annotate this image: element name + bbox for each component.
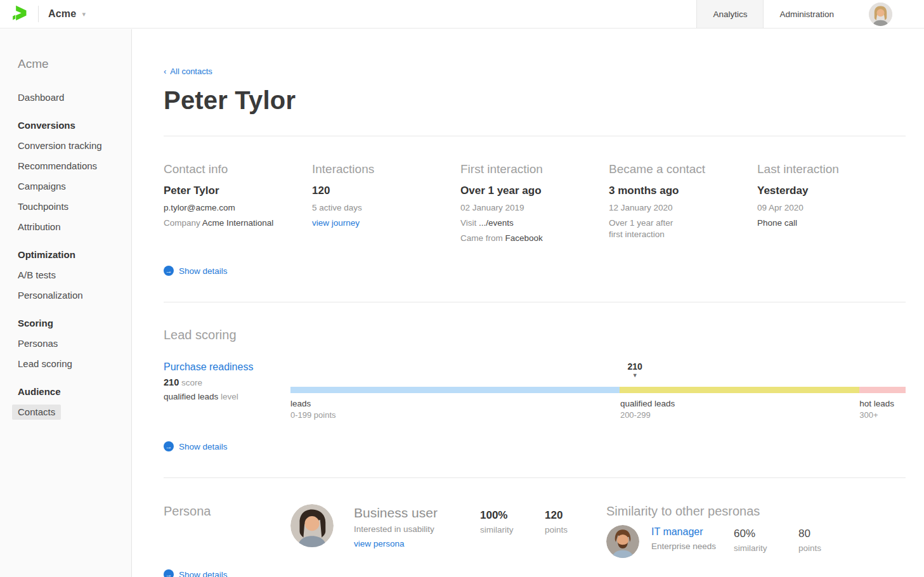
column-heading: Became a contact bbox=[609, 162, 750, 176]
other-persona-description: Enterprise needs bbox=[651, 541, 734, 551]
show-details-lead-scoring[interactable]: → Show details bbox=[164, 441, 228, 451]
other-persona-avatar bbox=[606, 525, 639, 558]
sidebar-group-optimization: Optimization bbox=[18, 249, 131, 260]
triangle-down-icon: ▼ bbox=[628, 372, 642, 379]
divider bbox=[38, 6, 39, 22]
view-persona-link[interactable]: view persona bbox=[354, 539, 480, 548]
breadcrumb-all-contacts[interactable]: ‹ All contacts bbox=[164, 67, 212, 76]
persona-points-stat: 120 points bbox=[545, 504, 606, 558]
tab-analytics[interactable]: Analytics bbox=[696, 0, 764, 28]
contact-name: Peter Tylor bbox=[164, 185, 304, 197]
bar-label-leads: leads 0-199 points bbox=[290, 399, 336, 420]
last-interaction-type: Phone call bbox=[757, 218, 898, 228]
column-heading: Contact info bbox=[164, 162, 304, 176]
became-contact-note: Over 1 year after bbox=[609, 218, 750, 228]
lead-level: qualified leads level bbox=[164, 392, 290, 401]
lead-score-bar: 210 ▼ leads 0-199 points qualified leads… bbox=[290, 361, 906, 422]
divider bbox=[164, 302, 906, 302]
persona-section: Persona Business user Interested in usab… bbox=[164, 504, 906, 558]
other-persona-row: IT manager Enterprise needs 60% similari… bbox=[606, 525, 906, 558]
top-bar: Acme ▾ Analytics Administration bbox=[0, 0, 924, 29]
sidebar: Acme Dashboard Conversions Conversion tr… bbox=[0, 29, 132, 577]
sidebar-group-conversions: Conversions bbox=[18, 120, 131, 131]
sidebar-group-audience: Audience bbox=[18, 386, 131, 397]
score-marker: 210 ▼ bbox=[628, 361, 642, 379]
arrow-right-circle-icon: → bbox=[164, 441, 174, 451]
lead-scoring-heading: Lead scoring bbox=[164, 328, 906, 342]
purchase-readiness-link[interactable]: Purchase readiness bbox=[164, 361, 290, 373]
sidebar-item-ab-tests[interactable]: A/B tests bbox=[18, 269, 131, 280]
bar-segment-qualified-leads bbox=[620, 387, 859, 393]
persona-name: Business user bbox=[354, 505, 480, 521]
first-interaction-column: First interaction Over 1 year ago 02 Jan… bbox=[460, 162, 609, 243]
other-points-stat: 80 points bbox=[798, 525, 863, 558]
first-interaction-date: 02 January 2019 bbox=[460, 203, 601, 212]
chevron-down-icon: ▾ bbox=[82, 10, 86, 18]
contact-info-column: Contact info Peter Tylor p.tylor@acme.co… bbox=[164, 162, 312, 243]
workspace-title: Acme bbox=[18, 57, 131, 71]
persona-heading: Persona bbox=[164, 504, 290, 519]
sidebar-item-attribution[interactable]: Attribution bbox=[18, 221, 131, 232]
became-contact-column: Became a contact 3 months ago 12 January… bbox=[609, 162, 757, 243]
last-interaction-column: Last interaction Yesterday 09 Apr 2020 P… bbox=[757, 162, 906, 243]
app-logo[interactable] bbox=[0, 0, 39, 28]
similarity-others: Similarity to other pesronas IT manager bbox=[606, 504, 906, 558]
first-interaction-source: Came from Facebook bbox=[460, 233, 601, 243]
sidebar-item-personas[interactable]: Personas bbox=[18, 338, 131, 349]
sidebar-item-conversion-tracking[interactable]: Conversion tracking bbox=[18, 140, 131, 151]
sidebar-item-touchpoints[interactable]: Touchpoints bbox=[18, 201, 131, 212]
sidebar-item-personalization[interactable]: Personalization bbox=[18, 290, 131, 301]
logo-icon bbox=[11, 4, 29, 25]
became-contact-note2: first interaction bbox=[609, 230, 750, 239]
divider bbox=[164, 136, 906, 136]
column-heading: Last interaction bbox=[757, 162, 898, 176]
sidebar-item-dashboard[interactable]: Dashboard bbox=[18, 92, 131, 103]
last-interaction-date: 09 Apr 2020 bbox=[757, 203, 898, 212]
org-name: Acme bbox=[48, 8, 76, 20]
overview-section: Contact info Peter Tylor p.tylor@acme.co… bbox=[164, 162, 906, 243]
divider bbox=[164, 477, 906, 478]
bar-segment-hot-leads bbox=[859, 387, 906, 393]
main-content: ‹ All contacts Peter Tylor Contact info … bbox=[132, 29, 924, 577]
other-similarity-stat: 60% similarity bbox=[734, 525, 798, 558]
lead-scoring-section: Purchase readiness 210 score qualified l… bbox=[164, 361, 906, 422]
view-journey-link[interactable]: view journey bbox=[312, 218, 453, 228]
interactions-column: Interactions 120 5 active days view jour… bbox=[312, 162, 460, 243]
sidebar-item-contacts[interactable]: Contacts bbox=[18, 406, 131, 417]
contact-company: Company Acme International bbox=[164, 218, 304, 228]
chevron-left-icon: ‹ bbox=[164, 67, 166, 76]
similarity-others-heading: Similarity to other pesronas bbox=[606, 504, 906, 519]
bar-label-qualified-leads: qualified leads 200-299 bbox=[620, 399, 675, 420]
tab-administration[interactable]: Administration bbox=[764, 0, 850, 28]
first-interaction-value: Over 1 year ago bbox=[460, 185, 601, 197]
lead-score: 210 score bbox=[164, 377, 290, 387]
user-avatar[interactable] bbox=[869, 3, 892, 26]
column-heading: Interactions bbox=[312, 162, 453, 176]
interactions-count: 120 bbox=[312, 185, 453, 197]
sidebar-item-recommendations[interactable]: Recommendations bbox=[18, 160, 131, 171]
first-interaction-visit: Visit .../events bbox=[460, 218, 601, 228]
sidebar-item-lead-scoring[interactable]: Lead scoring bbox=[18, 358, 131, 369]
persona-description: Interested in usability bbox=[354, 524, 480, 534]
last-interaction-value: Yesterday bbox=[757, 185, 898, 197]
arrow-right-circle-icon: → bbox=[164, 569, 174, 577]
column-heading: First interaction bbox=[460, 162, 601, 176]
bar-label-hot-leads: hot leads 300+ bbox=[859, 399, 894, 420]
sidebar-group-scoring: Scoring bbox=[18, 318, 131, 328]
persona-avatar bbox=[290, 504, 334, 547]
show-details-persona[interactable]: → Show details bbox=[164, 569, 228, 577]
org-selector[interactable]: Acme ▾ bbox=[48, 8, 86, 20]
became-contact-value: 3 months ago bbox=[609, 185, 750, 197]
sidebar-item-campaigns[interactable]: Campaigns bbox=[18, 181, 131, 191]
page-title: Peter Tylor bbox=[164, 86, 906, 115]
became-contact-date: 12 January 2020 bbox=[609, 203, 750, 212]
persona-similarity-stat: 100% similarity bbox=[480, 504, 545, 558]
show-details-overview[interactable]: → Show details bbox=[164, 266, 228, 276]
arrow-right-circle-icon: → bbox=[164, 266, 174, 276]
bar-segment-leads bbox=[290, 387, 620, 393]
contact-email: p.tylor@acme.com bbox=[164, 203, 304, 212]
it-manager-link[interactable]: IT manager bbox=[651, 526, 734, 538]
active-days: 5 active days bbox=[312, 203, 453, 212]
